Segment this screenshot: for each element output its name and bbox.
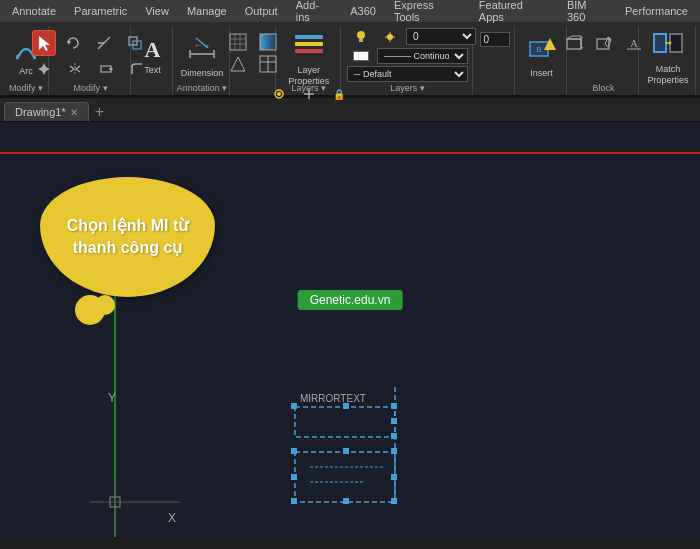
layers-label-bottom: Layers ▾	[390, 83, 425, 93]
insert-button[interactable]: B Insert	[522, 28, 562, 83]
svg-rect-40	[359, 39, 363, 42]
tab-express[interactable]: Express Tools	[386, 0, 469, 22]
cursor-icon	[37, 34, 51, 52]
hatch-icon	[229, 33, 247, 51]
svg-point-41	[387, 34, 393, 40]
layers-row1: 0 Defpoints	[347, 28, 468, 45]
add-tab-button[interactable]: +	[89, 103, 110, 121]
region-icon	[229, 55, 247, 73]
svg-marker-11	[46, 67, 50, 71]
layer-properties-icon	[293, 29, 325, 63]
layer-on-button[interactable]	[347, 29, 375, 45]
stretch-button[interactable]	[92, 59, 120, 79]
layers-row2: ——— Continuous	[347, 48, 468, 64]
rotate-icon	[65, 35, 81, 51]
handle-mr2	[391, 474, 397, 480]
svg-rect-32	[295, 35, 323, 39]
tab-view[interactable]: View	[137, 0, 177, 22]
handle-tl1	[291, 403, 297, 409]
layer-state-button[interactable]	[265, 87, 293, 101]
svg-point-39	[357, 31, 365, 39]
create-block-icon	[565, 34, 583, 52]
text-button[interactable]: A Text	[133, 28, 173, 83]
number-input-group	[475, 26, 515, 95]
layers-group-label: Layers ▾	[292, 83, 327, 93]
selection-box-2	[295, 452, 395, 502]
tab-addins[interactable]: Add-ins	[288, 0, 341, 22]
match-props-group: MatchProperties	[641, 26, 696, 95]
match-properties-button[interactable]: MatchProperties	[643, 28, 692, 88]
tab-performance[interactable]: Performance	[617, 0, 696, 22]
modify-label: Modify ▾	[9, 83, 43, 93]
hatch-button[interactable]	[224, 32, 252, 52]
handle-tc2	[343, 448, 349, 454]
number-row	[480, 32, 510, 47]
move-button[interactable]	[30, 59, 58, 79]
svg-rect-52	[597, 39, 609, 49]
handle-tr2	[391, 448, 397, 454]
handle-br1	[391, 433, 397, 439]
trim-button[interactable]	[90, 30, 118, 56]
handle-ml2	[291, 474, 297, 480]
handle-tc1	[343, 403, 349, 409]
tab-bim360[interactable]: BIM 360	[559, 0, 615, 22]
svg-marker-50	[567, 36, 581, 39]
tab-featured[interactable]: Featured Apps	[471, 0, 557, 22]
lightbulb-icon	[355, 30, 367, 44]
layer-color-button[interactable]	[347, 50, 375, 62]
svg-rect-56	[654, 34, 666, 52]
number-input[interactable]	[480, 32, 510, 47]
selection-box-1	[295, 407, 395, 437]
document-tabs: Drawing1* ✕ +	[0, 98, 700, 122]
tab-output[interactable]: Output	[237, 0, 286, 22]
block-group: A Block	[569, 26, 639, 95]
svg-rect-27	[260, 34, 276, 50]
cursor-button[interactable]	[32, 30, 56, 56]
svg-marker-16	[111, 67, 113, 71]
y-label: Y	[108, 391, 116, 405]
tab-a360[interactable]: A360	[342, 0, 384, 22]
svg-rect-22	[230, 34, 246, 50]
region-button[interactable]	[224, 54, 252, 74]
layer-properties-group: LayerProperties 🔒	[278, 26, 341, 95]
layer-select[interactable]: 0 Defpoints	[406, 28, 476, 45]
drawing1-tab-name: Drawing1*	[15, 106, 66, 118]
sun-icon	[384, 31, 396, 43]
dimension-icon: ←→	[186, 34, 218, 66]
svg-text:B: B	[536, 45, 541, 54]
canvas-area: Y X MIRRORTEXT Ch	[0, 122, 700, 537]
mirror-button[interactable]	[61, 59, 89, 79]
mirrortext-label: MIRRORTEXT	[300, 393, 366, 404]
edit-block-button[interactable]	[590, 32, 618, 54]
svg-text:A: A	[630, 37, 638, 49]
svg-rect-34	[295, 49, 323, 53]
handle-br2	[391, 498, 397, 504]
svg-marker-8	[42, 63, 46, 67]
layer-state-icon	[273, 88, 285, 100]
layers-row3: ─ Default	[347, 66, 468, 82]
handle-bc2	[343, 498, 349, 504]
linetype-select[interactable]: ——— Continuous	[377, 48, 468, 64]
text-icon: A	[145, 37, 161, 63]
x-label: X	[168, 511, 176, 525]
tab-manage[interactable]: Manage	[179, 0, 235, 22]
create-block-button[interactable]	[560, 32, 588, 54]
svg-marker-9	[42, 71, 46, 75]
layer-icons-left	[347, 29, 404, 45]
insert-label: Insert	[530, 68, 553, 78]
annotation-label: Annotation ▾	[177, 83, 228, 93]
layer-freeze-vp-button[interactable]	[376, 29, 404, 45]
rotate-button[interactable]	[59, 30, 87, 56]
svg-marker-10	[38, 67, 42, 71]
drawing1-tab[interactable]: Drawing1* ✕	[4, 102, 89, 121]
match-props-label: MatchProperties	[647, 64, 688, 86]
tab-close-button[interactable]: ✕	[70, 107, 78, 118]
lineweight-select[interactable]: ─ Default	[347, 66, 468, 82]
svg-rect-12	[42, 67, 46, 71]
layer-properties-button[interactable]: LayerProperties	[284, 30, 333, 85]
tab-parametric[interactable]: Parametric	[66, 0, 135, 22]
dimension-button[interactable]: ←→ Dimension	[177, 28, 228, 83]
tab-annotate[interactable]: Annotate	[4, 0, 64, 22]
pattern-icons	[224, 32, 282, 74]
handle-mr1	[391, 418, 397, 424]
